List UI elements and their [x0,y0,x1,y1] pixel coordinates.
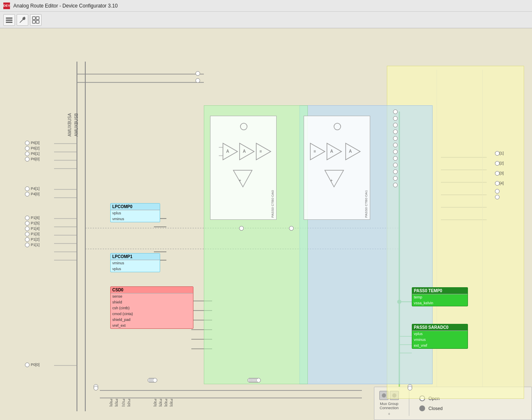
svg-marker-68 [346,143,360,160]
conn-p2-2-b [495,161,500,166]
rconn-1-b [393,109,398,114]
rconn-3-b [393,123,398,127]
bc-l-4 [94,386,98,390]
lpcomp0-title: LPCOMP0 [111,204,160,210]
wrench-icon [19,16,26,24]
csd0-port-csh: csh (cintb) [111,305,193,311]
toolbar-btn-wrench[interactable] [17,14,28,26]
connector-top-4 [195,78,200,83]
bpin-p5-3: P5[3] [115,399,119,420]
lpcomp0-port-vminus: vminus [111,216,160,222]
titlebar: DEV Analog Route Editor - Device Configu… [0,0,532,12]
pass0-temp0-title: PASS0 TEMP0 [412,288,468,294]
lpcomp1-port-vplus: vplus [111,266,160,272]
conn-p1-5-b [25,221,30,226]
toolbar-btn-grid[interactable] [30,14,42,26]
pin-p6-3-group: P6[3] P6[2] P6[1] P6[0] [25,141,40,161]
svg-text:A: A [226,149,229,154]
bpin-p3-3: P3[3] [164,399,168,420]
pass0-saradc0-block: PASS0 SARADC0 vplus vminus ext_vref [412,324,468,349]
pass0-temp0-port-vssa: vssa_kelvin [412,300,468,306]
bpin-p1-1b: P1[1] [122,399,126,420]
svg-rect-3 [32,17,35,20]
conn-p1-6-b [25,216,30,220]
conn-p2-4-b [495,181,500,186]
mux-plus-label: + [388,412,391,416]
rconn-6-b [393,143,398,147]
p2-port-group: P2[1] P2[2] P2[3] P2[4] [495,151,504,203]
svg-rect-4 [36,17,39,20]
conn-p2-1-b [495,151,500,156]
csd0-block: CSD0 sense shield csh (cintb) cmod (cint… [110,286,193,329]
bcc-16 [256,378,261,383]
toolbar [0,12,532,28]
svg-rect-5 [32,20,35,23]
pass0-temp0-port-temp: temp [412,294,468,300]
svg-text:≡: ≡ [314,149,316,154]
csd0-port-vref-ext: vref_ext [111,323,193,328]
connector-top-2 [195,71,200,76]
bpin-p3-5a: P3[5] [153,399,157,420]
rconn-9-b [393,163,398,167]
svg-marker-57 [256,143,271,160]
svg-text:A: A [243,149,246,154]
svg-marker-59 [233,170,252,187]
conn-p6-3-b [25,141,30,145]
bc-csd-10 [153,378,157,383]
rconn-12-b [393,183,398,187]
svg-point-52 [240,123,247,130]
pass0-temp0-block: PASS0 TEMP0 temp vssa_kelvin [412,287,468,306]
rconn-8-b [393,156,398,161]
conn-p6-0-b [25,157,30,162]
pin-p4-group: P4[1] P4[0] [25,186,40,196]
cc2-5 [289,226,294,231]
ctb-oa0-label: PASS0 CTB0 OA0 [271,168,275,218]
closed-label: Closed [428,406,443,411]
csd0-title: CSD0 [111,287,193,293]
ctb-oa0-block: A A ≡ + PASS0 CTB0 OA0 [210,116,277,220]
csd0-port-shield: shield [111,299,193,305]
csd0-port-shield-pad: shield_pad [111,317,193,323]
conn-p2-3-b [495,171,500,176]
mux-dot [382,393,386,398]
toolbar-btn-configure[interactable] [3,14,15,26]
ctb-oa0-svg: A A ≡ + [210,120,277,208]
svg-rect-1 [6,20,12,21]
conn-p1-1-b [25,243,30,247]
conn-p6-1-b [25,152,30,156]
svg-text:A: A [349,149,352,154]
svg-text:≡: ≡ [260,149,262,154]
conn-p1-2-b [25,237,30,242]
bpin-p3-0: P3[0] [170,399,173,420]
grid-icon [32,16,40,24]
conn-p0-0-b [25,363,30,367]
pass0-saradc0-port-vminus: vminus [412,337,468,343]
rconn-5-b [393,136,398,141]
svg-rect-6 [36,20,39,23]
bpin-p3-5b: P3[5] [159,399,163,420]
svg-marker-53 [223,143,238,160]
pass0-saradc0-port-ext-vref: ext_vref [412,343,468,348]
svg-marker-64 [310,143,325,160]
rconn-7-b [393,149,398,154]
conn-p4-1-b [25,186,30,191]
window-title: Analog Route Editor - Device Configurato… [13,3,118,9]
rconn-11-b [393,176,398,181]
app-icon: DEV [3,2,10,9]
closed-circle-icon [419,405,425,411]
ctb-oa1-label: PASS0 CTB0 OA1 [364,168,368,218]
svg-marker-70 [325,170,344,187]
rconn-2-b [393,116,398,121]
svg-rect-0 [6,17,12,19]
lpcomp1-title: LPCOMP1 [111,253,160,260]
bottom-pin-labels: P5[5] P5[3] P1[1] P1[0] P3[5] P3[5] P3[3… [109,399,173,420]
closed-legend-item: Closed [419,405,443,411]
svg-text:+: + [239,178,241,183]
conn-p6-2-b [25,146,30,151]
conn-p1-4-b [25,226,30,231]
pin-p0-group: P0[0] [25,363,40,367]
rconn-4-b [393,129,398,134]
svg-marker-66 [327,143,341,160]
rconn-10-b [393,169,398,174]
svg-text:+: + [330,178,333,183]
